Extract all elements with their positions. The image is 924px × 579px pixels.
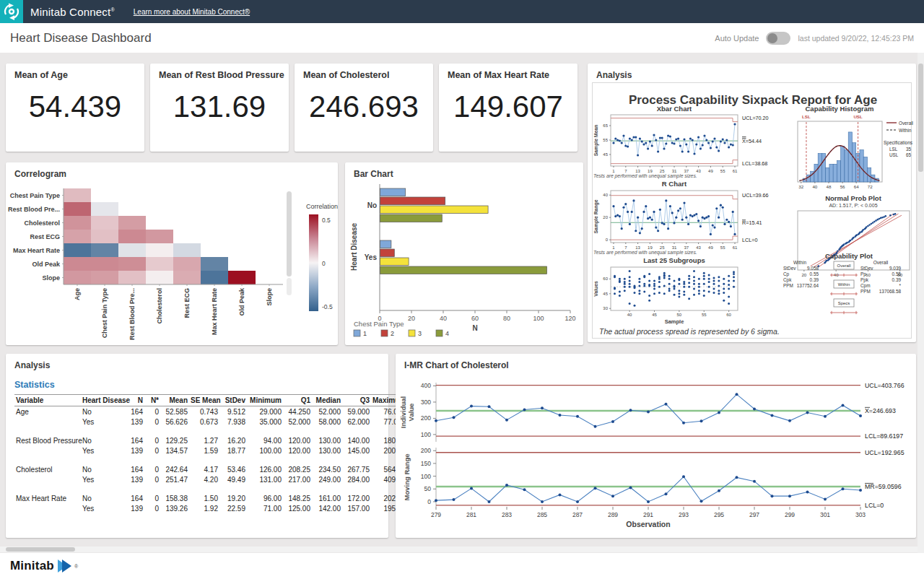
svg-text:UCL=192.965: UCL=192.965: [865, 449, 905, 456]
svg-text:301: 301: [820, 511, 830, 518]
svg-text:299: 299: [785, 511, 795, 518]
svg-text:100: 100: [421, 431, 431, 438]
svg-text:1: 1: [363, 330, 367, 337]
svg-text:Specs: Specs: [838, 301, 850, 305]
svg-text:Moving Range: Moving Range: [403, 454, 411, 501]
svg-text:USL: USL: [853, 114, 863, 119]
svg-text:279: 279: [431, 511, 441, 518]
svg-text:4: 4: [445, 330, 449, 337]
svg-text:Capability Histogram: Capability Histogram: [805, 105, 873, 113]
svg-text:Rest Blood Pre...: Rest Blood Pre...: [128, 288, 136, 340]
svg-text:60: 60: [726, 313, 731, 317]
svg-text:*: *: [899, 283, 902, 288]
svg-text:Pp: Pp: [860, 271, 866, 277]
svg-text:-0.5: -0.5: [322, 303, 333, 310]
svg-text:50: 50: [677, 313, 682, 317]
svg-text:LCL=0: LCL=0: [742, 237, 757, 243]
svg-text:Max Heart Rate: Max Heart Rate: [13, 247, 60, 254]
svg-text:61: 61: [733, 169, 738, 173]
footer-reg: ®: [74, 564, 78, 569]
svg-text:287: 287: [572, 511, 583, 518]
svg-text:LCL=38.68: LCL=38.68: [742, 160, 767, 167]
svg-text:Max Heart Rate: Max Heart Rate: [211, 288, 218, 335]
svg-text:Normal Prob Plot: Normal Prob Plot: [825, 194, 881, 202]
svg-text:35: 35: [906, 147, 912, 152]
svg-text:LCL=0: LCL=0: [865, 502, 884, 509]
svg-text:StDev: StDev: [783, 266, 796, 271]
svg-text:40: 40: [834, 272, 839, 277]
horizontal-scrollbar: [0, 547, 918, 552]
svg-text:55: 55: [702, 313, 707, 317]
learn-more-link[interactable]: Learn more about Minitab Connect®: [134, 8, 250, 16]
analysis-sixpack-panel: Analysis Process Capability Sixpack Repo…: [588, 64, 916, 342]
stats-row: Yes1390134.571.5918.77100.00120.00130.00…: [14, 445, 407, 456]
stats-col-header: Heart Disease: [81, 395, 126, 406]
stats-row: Yes1390251.474.2049.49131.00217.00249.00…: [14, 474, 407, 484]
svg-text:Rest Blood Pre...: Rest Blood Pre...: [8, 206, 60, 213]
svg-text:Overall: Overall: [873, 260, 889, 265]
auto-update-toggle[interactable]: [766, 32, 790, 45]
svg-text:No: No: [367, 201, 377, 209]
page-footer: Minitab ®: [0, 553, 924, 579]
svg-text:45: 45: [652, 313, 657, 317]
svg-text:Capability Plot: Capability Plot: [825, 252, 873, 260]
correlogram-heatmap[interactable]: Chest Pain TypeRest Blood Pre...Choleste…: [6, 162, 338, 345]
imr-chart[interactable]: 100200300400UCL=403.766X=246.693LCL=89.6…: [396, 354, 916, 538]
svg-text:Sample Range: Sample Range: [593, 199, 599, 233]
kpi-value: 149.607: [439, 90, 578, 124]
svg-text:0: 0: [427, 498, 431, 505]
svg-text:Correlation: Correlation: [306, 203, 338, 210]
svg-text:X=246.693: X=246.693: [865, 407, 896, 414]
svg-text:50: 50: [424, 485, 432, 492]
svg-text:Sample: Sample: [665, 318, 684, 325]
brand-reg: ®: [110, 7, 114, 12]
svg-text:Specifications: Specifications: [884, 140, 913, 146]
sixpack-report-chart[interactable]: Process Capability Sixpack Report for Ag…: [588, 64, 916, 342]
svg-text:0.55: 0.55: [892, 271, 902, 277]
svg-text:StDev: StDev: [860, 266, 873, 271]
svg-text:PPM: PPM: [860, 289, 871, 294]
stats-col-header: N*: [144, 395, 160, 406]
svg-text:285: 285: [537, 511, 547, 518]
svg-text:303: 303: [855, 511, 866, 518]
svg-text:Last 25 Subgroups: Last 25 Subgroups: [643, 256, 705, 264]
svg-text:Individual: Individual: [399, 396, 407, 428]
page-header: Heart Disease Dashboard Auto Update last…: [0, 23, 924, 53]
bar-chart-panel: Bar Chart NoYes020406080100120NHeart Dis…: [345, 162, 583, 345]
svg-text:60: 60: [471, 315, 479, 322]
svg-text:Overall: Overall: [837, 264, 850, 268]
svg-text:9.058: 9.058: [807, 266, 819, 271]
kpi-title: Mean of Max Heart Rate: [448, 70, 549, 80]
kpi-card-mean-of-max-heart-rate: Mean of Max Heart Rate 149.607: [439, 64, 578, 152]
kpi-title: Mean of Rest Blood Pressure: [159, 70, 284, 80]
stats-col-header: Q3: [342, 395, 371, 406]
svg-text:Cholesterol: Cholesterol: [156, 288, 163, 324]
svg-text:200: 200: [421, 447, 431, 454]
svg-text:9.039: 9.039: [889, 266, 901, 271]
svg-text:R Chart: R Chart: [662, 180, 687, 188]
svg-text:293: 293: [679, 511, 689, 518]
stats-row: Yes1390139.261.9222.5971.00125.00142.001…: [14, 503, 407, 513]
svg-text:72: 72: [868, 184, 873, 189]
svg-text:65: 65: [906, 152, 912, 157]
heart-disease-bar-chart[interactable]: NoYes020406080100120NHeart DiseaseChest …: [345, 162, 583, 345]
svg-text:N: N: [472, 324, 477, 332]
svg-text:0.39: 0.39: [892, 277, 902, 282]
vertical-scrollbar-thumb[interactable]: [918, 64, 923, 172]
horizontal-scrollbar-thumb[interactable]: [6, 547, 75, 552]
stats-col-header: Minimum: [247, 395, 283, 406]
svg-text:Rest ECG: Rest ECG: [30, 233, 60, 240]
svg-text:40: 40: [812, 184, 817, 189]
svg-text:20: 20: [801, 272, 806, 277]
svg-text:100: 100: [421, 473, 431, 480]
svg-text:Within: Within: [793, 260, 806, 265]
svg-text:3: 3: [418, 330, 422, 337]
stats-col-header: Variable: [14, 395, 81, 406]
svg-text:Age: Age: [74, 288, 81, 300]
svg-text:AD: 1.517, P: < 0.005: AD: 1.517, P: < 0.005: [829, 203, 877, 208]
svg-text:55: 55: [720, 245, 725, 250]
svg-text:2: 2: [391, 330, 394, 337]
svg-text:Yes: Yes: [365, 253, 378, 261]
svg-text:Slope: Slope: [266, 288, 273, 306]
last-updated-text: last updated 9/20/22, 12:45:23 PM: [798, 34, 914, 43]
